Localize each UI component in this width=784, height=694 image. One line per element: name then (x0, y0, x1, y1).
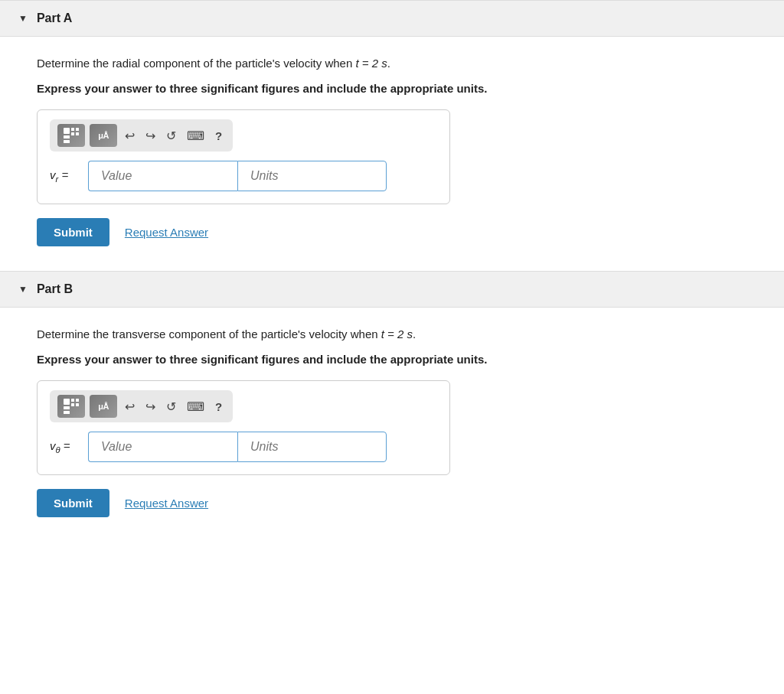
part-b-variable-label: vθ = (50, 439, 80, 455)
part-b-header: ▼ Part B (0, 272, 784, 307)
part-a-action-row: Submit Request Answer (37, 218, 747, 246)
part-b-section: ▼ Part B (0, 271, 784, 308)
part-a-input-row: vr = (50, 161, 437, 191)
redo-button-b[interactable]: ↪ (142, 398, 158, 415)
help-button-b[interactable]: ? (212, 399, 225, 415)
part-b-body: Determine the transverse component of th… (0, 308, 784, 542)
svg-rect-6 (64, 140, 70, 143)
part-b-toolbar: μÅ ↩ ↪ ↺ ⌨ ? (50, 390, 233, 422)
part-a-section: ▼ Part A (0, 0, 784, 37)
part-a-instruction: Express your answer to three significant… (37, 80, 747, 98)
grid-svg-b (63, 398, 80, 415)
part-b-action-row: Submit Request Answer (37, 489, 747, 517)
svg-rect-4 (76, 132, 79, 135)
reset-button-b[interactable]: ↺ (163, 398, 179, 415)
part-b-instruction: Express your answer to three significant… (37, 351, 747, 369)
svg-rect-1 (71, 128, 74, 131)
grid-icon-button-b[interactable] (57, 395, 85, 418)
part-a-chevron-icon[interactable]: ▼ (18, 13, 28, 24)
part-a-question: Determine the radial component of the pa… (37, 55, 747, 73)
svg-rect-12 (64, 406, 70, 409)
part-b-input-row: vθ = (50, 432, 437, 462)
part-b-request-answer-link[interactable]: Request Answer (125, 497, 208, 510)
keyboard-button-a[interactable]: ⌨ (184, 127, 207, 145)
svg-rect-2 (71, 132, 74, 135)
svg-rect-11 (76, 403, 79, 406)
part-a-header: ▼ Part A (0, 1, 784, 36)
part-b-value-input[interactable] (88, 432, 237, 462)
svg-rect-10 (76, 399, 79, 402)
part-b-answer-box: μÅ ↩ ↪ ↺ ⌨ ? vθ = (37, 380, 450, 475)
svg-rect-9 (71, 403, 74, 406)
part-b-question: Determine the transverse component of th… (37, 326, 747, 344)
part-b-submit-button[interactable]: Submit (37, 489, 109, 517)
part-a-submit-button[interactable]: Submit (37, 218, 109, 246)
part-b-title: Part B (37, 282, 73, 296)
grid-icon-button-a[interactable] (57, 124, 85, 147)
svg-rect-0 (64, 128, 70, 134)
mu-button-a[interactable]: μÅ (90, 124, 117, 147)
svg-rect-3 (76, 128, 79, 131)
undo-button-b[interactable]: ↩ (122, 398, 138, 415)
part-a-answer-box: μÅ ↩ ↪ ↺ ⌨ ? vr = (37, 109, 450, 204)
svg-rect-8 (71, 399, 74, 402)
part-a-request-answer-link[interactable]: Request Answer (125, 226, 208, 239)
undo-button-a[interactable]: ↩ (122, 127, 138, 145)
grid-svg-a (63, 127, 80, 144)
keyboard-button-b[interactable]: ⌨ (184, 398, 207, 415)
mu-button-b[interactable]: μÅ (90, 395, 117, 418)
reset-button-a[interactable]: ↺ (163, 127, 179, 145)
part-b-chevron-icon[interactable]: ▼ (18, 284, 28, 295)
part-b-units-input[interactable] (237, 432, 387, 462)
part-a-title: Part A (37, 11, 73, 25)
redo-button-a[interactable]: ↪ (142, 127, 158, 145)
help-button-a[interactable]: ? (212, 128, 225, 144)
part-a-toolbar: μÅ ↩ ↪ ↺ ⌨ ? (50, 119, 233, 152)
part-a-body: Determine the radial component of the pa… (0, 37, 784, 271)
part-a-variable-label: vr = (50, 168, 80, 184)
svg-rect-7 (64, 399, 70, 405)
part-a-value-input[interactable] (88, 161, 237, 191)
part-a-units-input[interactable] (237, 161, 387, 191)
svg-rect-13 (64, 411, 70, 414)
svg-rect-5 (64, 135, 70, 138)
